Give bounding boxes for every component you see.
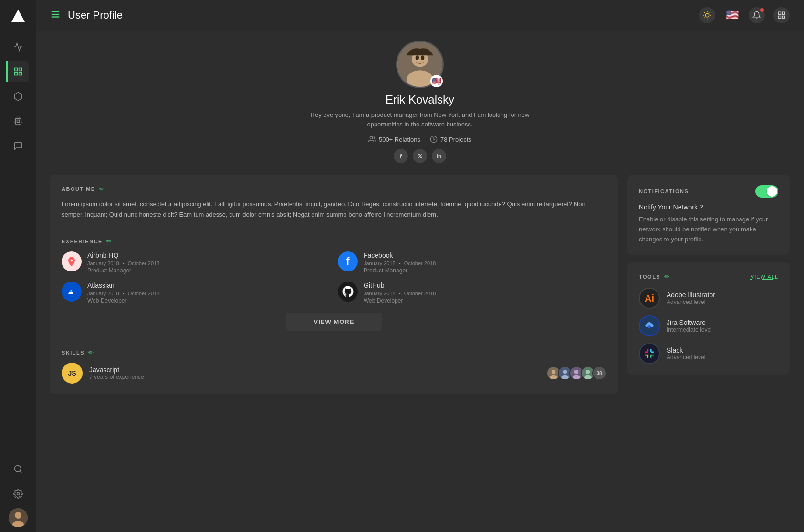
skill-info: Javascript 7 years of experience: [89, 366, 144, 380]
language-flag-icon[interactable]: 🇺🇸: [724, 7, 740, 23]
sidebar-item-cube[interactable]: [8, 86, 29, 107]
exp-item-github: GitHub January 2018 • October 2018 Web D…: [338, 282, 606, 304]
jira-logo: [639, 315, 660, 336]
airbnb-logo: [62, 251, 82, 271]
github-role: Web Developer: [364, 297, 436, 304]
facebook-link[interactable]: f: [394, 149, 408, 163]
main-content: User Profile 🇺🇸: [36, 0, 804, 532]
endorser-count: 38: [592, 366, 606, 380]
svg-rect-50: [651, 352, 654, 353]
theme-toggle-icon[interactable]: [699, 7, 715, 23]
profile-country-flag: 🇺🇸: [430, 75, 443, 87]
about-me-edit-icon[interactable]: ✏: [99, 185, 104, 192]
jira-level: Intermediate level: [667, 326, 712, 333]
apps-grid-icon[interactable]: [773, 7, 790, 23]
twitter-link[interactable]: 𝕏: [413, 149, 427, 163]
svg-rect-24: [778, 12, 781, 14]
svg-point-8: [17, 493, 19, 495]
github-dates: January 2018 • October 2018: [364, 291, 436, 296]
svg-rect-3: [14, 73, 17, 75]
svg-point-32: [421, 55, 425, 60]
svg-point-15: [705, 13, 709, 17]
svg-rect-4: [19, 73, 21, 75]
svg-point-6: [14, 466, 21, 472]
airbnb-role: Product Manager: [87, 267, 159, 274]
adobe-illustrator-name: Adobe Illustrator: [667, 291, 715, 299]
sidebar-item-chip[interactable]: [8, 111, 29, 132]
sidebar-item-chat[interactable]: [8, 136, 29, 156]
sidebar-item-grid[interactable]: [6, 61, 29, 82]
skills-title: SKILLS: [62, 350, 84, 355]
tools-header: TOOLS ✏ VIEW ALL: [639, 273, 778, 280]
user-avatar-sidebar[interactable]: [9, 508, 28, 527]
exp-item-airbnb: Airbnb HQ January 2018 • October 2018 Pr…: [62, 251, 330, 274]
svg-point-31: [416, 55, 419, 60]
skills-edit-icon[interactable]: ✏: [88, 349, 94, 356]
atlassian-logo: [62, 282, 82, 302]
projects-count: 78 Projects: [440, 136, 471, 143]
slack-name: Slack: [667, 346, 705, 354]
skill-experience: 7 years of experience: [89, 374, 144, 380]
app-logo[interactable]: [7, 5, 30, 28]
github-logo: [338, 282, 358, 302]
page-title: User Profile: [68, 9, 699, 21]
tools-title-wrap: TOOLS ✏: [639, 273, 669, 280]
skills-header: SKILLS ✏: [62, 349, 606, 356]
experience-edit-icon[interactable]: ✏: [106, 238, 112, 245]
view-all-tools-link[interactable]: VIEW ALL: [751, 274, 778, 280]
svg-line-23: [710, 12, 710, 13]
notification-bell-icon[interactable]: [749, 7, 765, 23]
tools-edit-icon[interactable]: ✏: [664, 273, 669, 280]
tools-label: TOOLS: [639, 274, 660, 280]
view-more-button[interactable]: VIEW MORE: [286, 313, 382, 331]
sidebar-bottom: [8, 459, 29, 527]
svg-point-42: [574, 370, 579, 374]
notification-dot: [760, 8, 764, 12]
svg-point-10: [15, 512, 21, 519]
svg-rect-27: [783, 16, 785, 19]
svg-point-39: [563, 370, 567, 374]
social-links: f 𝕏 in: [50, 149, 790, 163]
svg-line-18: [704, 12, 705, 13]
airbnb-name: Airbnb HQ: [87, 251, 159, 259]
svg-line-22: [704, 18, 705, 18]
experience-header: EXPERIENCE ✏: [62, 238, 606, 245]
svg-line-7: [20, 471, 21, 473]
linkedin-link[interactable]: in: [432, 149, 446, 163]
svg-rect-2: [19, 68, 21, 71]
profile-avatar-wrap: 🇺🇸: [396, 41, 444, 88]
sidebar: [0, 0, 36, 532]
menu-icon[interactable]: [50, 9, 61, 22]
about-me-card: ABOUT ME ✏ Lorem ipsum dolor sit amet, c…: [50, 175, 618, 394]
about-me-header: ABOUT ME ✏: [62, 185, 606, 192]
notif-description: Enable or disable this setting to manage…: [639, 215, 778, 244]
slack-logo: [639, 343, 660, 364]
facebook-name: Facebook: [364, 251, 436, 259]
svg-rect-52: [651, 355, 654, 356]
github-details: GitHub January 2018 • October 2018 Web D…: [364, 282, 436, 304]
svg-marker-0: [11, 10, 25, 22]
sidebar-item-activity[interactable]: [8, 36, 29, 57]
notif-toggle-wrap: NOTIFICATIONS: [639, 185, 778, 198]
notifications-toggle[interactable]: [755, 185, 778, 198]
svg-rect-1: [14, 68, 17, 71]
adobe-illustrator-logo: Ai: [639, 288, 660, 309]
svg-line-19: [710, 18, 710, 18]
airbnb-details: Airbnb HQ January 2018 • October 2018 Pr…: [87, 251, 159, 274]
experience-grid: Airbnb HQ January 2018 • October 2018 Pr…: [62, 251, 606, 304]
toggle-knob: [767, 186, 777, 197]
divider-experience: [62, 340, 606, 340]
about-me-text: Lorem ipsum dolor sit amet, consectetur …: [62, 199, 606, 220]
profile-stats: 500+ Relations 78 Projects: [50, 136, 790, 143]
sidebar-item-settings[interactable]: [8, 483, 29, 504]
atlassian-details: Atlassian January 2018 • October 2018 We…: [87, 282, 159, 304]
slack-info: Slack Advanced level: [667, 346, 705, 361]
atlassian-role: Web Developer: [87, 297, 159, 304]
content-area: 🇺🇸 Erik Kovalsky Hey everyone, I am a pr…: [36, 31, 804, 532]
profile-name: Erik Kovalsky: [50, 93, 790, 106]
javascript-badge: JS: [62, 363, 83, 384]
svg-rect-54: [645, 355, 648, 356]
svg-rect-5: [17, 120, 19, 123]
profile-projects: 78 Projects: [430, 136, 471, 143]
sidebar-item-search[interactable]: [8, 459, 29, 480]
